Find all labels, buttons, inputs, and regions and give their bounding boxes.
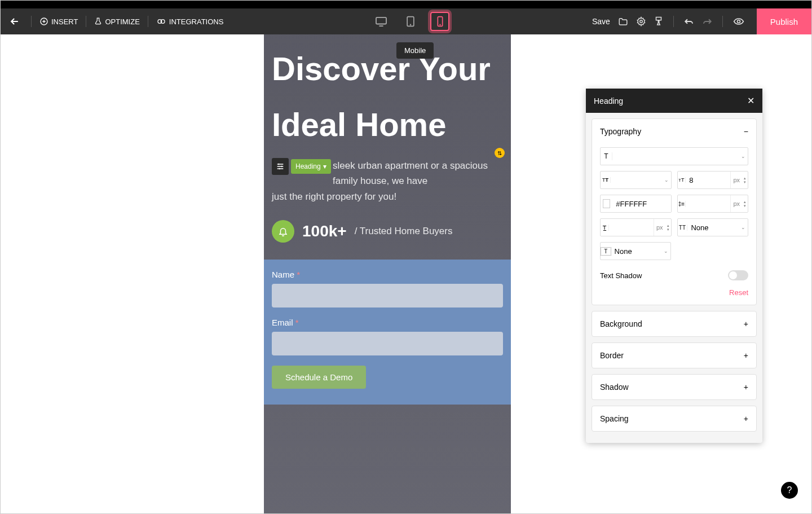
text-transform-field[interactable]: TT ⌄ [677,218,749,236]
optimize-menu[interactable]: OPTIMIZE [89,17,145,26]
publish-button[interactable]: Publish [757,8,811,34]
font-size-icon: TT [678,177,686,183]
folder-button[interactable] [618,17,628,26]
line-height-field[interactable]: ‡≡ px ▴▾ [677,195,749,213]
email-label: Email * [272,318,503,327]
section-title: Background [600,319,642,328]
settings-button[interactable] [636,16,646,27]
section-title: Typography [600,127,641,136]
letter-spacing-field[interactable]: T̲ px ▴▾ [600,218,672,236]
arrow-left-icon [9,16,20,27]
panel-header: Heading ✕ [586,89,762,113]
color-input[interactable] [612,195,670,212]
properties-panel: Heading ✕ Typography − T ⌄ [586,89,762,443]
hero-subtext-line2[interactable]: just the right property for you! [272,189,503,204]
spacing-header[interactable]: Spacing + [592,406,756,431]
stat-row: 100k+ / Trusted Home Buyers [272,220,503,243]
spinner[interactable]: ▴▾ [742,176,748,184]
text-decoration-field[interactable]: T ⌄ [600,242,671,260]
optimize-label: OPTIMIZE [105,17,139,26]
plus-circle-icon [39,17,48,26]
bell-badge [272,220,294,243]
text-transform-input[interactable] [687,219,741,236]
typography-header[interactable]: Typography − [592,119,756,144]
schedule-demo-button[interactable]: Schedule a Demo [272,366,366,389]
font-family-field[interactable]: T ⌄ [600,147,748,165]
background-section: Background + [592,311,757,337]
font-weight-field[interactable]: TT ⌄ [600,171,672,189]
unit-label: px [730,172,742,188]
spinner[interactable]: ▴▾ [742,200,748,208]
text-shadow-toggle[interactable] [728,270,748,280]
shadow-header[interactable]: Shadow + [592,375,756,399]
toolbar-right: Save Publish [592,8,811,34]
publish-label: Publish [770,17,798,27]
element-settings-button[interactable] [272,158,289,175]
chevron-down-icon: ⌄ [741,225,748,230]
reset-button[interactable]: Reset [600,285,748,297]
email-input[interactable] [272,332,503,355]
unit-label: px [730,195,742,212]
typography-body: T ⌄ TT ⌄ TT px ▴▾ [592,144,756,305]
svg-point-7 [440,24,440,25]
redo-button[interactable] [702,17,712,25]
shadow-section: Shadow + [592,374,757,400]
expand-icon: + [744,319,748,328]
preview-button[interactable] [733,17,744,25]
device-tooltip: Mobile [396,42,434,59]
integrations-menu[interactable]: INTEGRATIONS [151,17,230,26]
font-icon: T [601,152,612,160]
save-button[interactable]: Save [592,17,610,26]
chevron-down-icon: ▾ [323,162,326,170]
divider [31,16,32,27]
device-mobile-button[interactable] [430,12,449,31]
stat-label: / Trusted Home Buyers [355,226,453,237]
name-input[interactable] [272,284,503,307]
panel-close-button[interactable]: ✕ [747,95,754,106]
svg-point-9 [737,20,740,23]
link-icon [156,17,166,26]
flask-icon [94,17,102,26]
back-button[interactable] [1,16,29,27]
font-size-input[interactable] [686,172,730,188]
text-decoration-input[interactable] [611,243,664,260]
undo-icon [684,17,694,25]
hero-headline[interactable]: Discover Your Ideal Home [272,34,503,152]
panel-title: Heading [594,96,623,106]
paint-button[interactable] [654,16,663,27]
expand-icon: + [744,351,748,360]
section-title: Border [600,351,624,360]
expand-icon: + [744,383,748,392]
spinner[interactable]: ▴▾ [665,223,671,231]
lead-form: Name * Email * Schedule a Demo [264,260,511,405]
top-black-strip [1,1,811,8]
device-desktop-button[interactable] [372,12,391,31]
bell-icon [278,226,288,236]
panel-body: Typography − T ⌄ TT ⌄ [586,113,762,443]
chip-label: Heading [295,162,321,170]
help-button[interactable]: ? [781,482,798,499]
border-header[interactable]: Border + [592,343,756,368]
insert-menu[interactable]: INSERT [34,17,83,26]
mobile-canvas[interactable]: Discover Your Ideal Home ⇅ Heading ▾ sle… [264,34,511,514]
font-weight-icon: TT [601,177,611,183]
expand-icon: + [744,414,748,423]
text-transform-icon: TT [678,225,688,231]
divider [673,16,674,27]
undo-button[interactable] [684,17,694,25]
drag-handle[interactable]: ⇅ [495,148,505,158]
letter-spacing-icon: T̲ [601,225,609,231]
font-family-input[interactable] [612,148,741,165]
element-type-chip[interactable]: Heading ▾ [291,159,331,174]
font-size-field[interactable]: TT px ▴▾ [677,171,749,189]
letter-spacing-input[interactable] [609,219,654,236]
gear-icon [636,16,646,27]
integrations-label: INTEGRATIONS [169,17,224,26]
background-header[interactable]: Background + [592,311,756,336]
svg-rect-3 [376,17,386,24]
font-weight-input[interactable] [611,172,664,188]
device-tablet-button[interactable] [401,12,420,31]
line-height-input[interactable] [686,195,730,212]
brush-icon [654,16,663,27]
color-field[interactable] [600,195,672,213]
